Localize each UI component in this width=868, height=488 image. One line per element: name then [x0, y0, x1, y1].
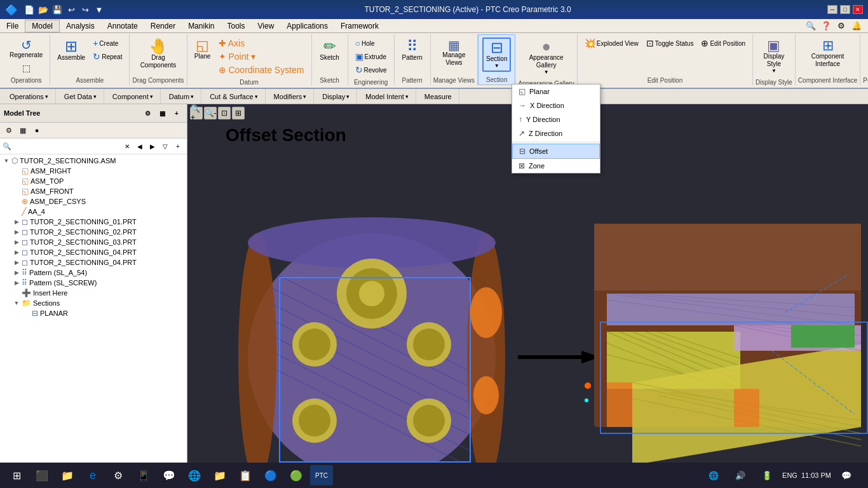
sidebar-tool3[interactable]: ● [31, 124, 43, 137]
network-icon[interactable]: 🌐 [702, 465, 725, 485]
operations-tb-btn[interactable]: Operations ▾ [5, 92, 53, 102]
component-tb-btn[interactable]: Component ▾ [108, 92, 158, 102]
pattern-sl-expander[interactable]: ▶ [13, 269, 20, 276]
app3-btn[interactable]: 🌐 [183, 465, 206, 485]
start-button[interactable]: ⊞ [5, 465, 28, 485]
menu-annotate[interactable]: Annotate [101, 20, 144, 32]
hole-button[interactable]: ○ Hole [352, 37, 390, 50]
model-intent-tb-btn[interactable]: Model Intent ▾ [361, 92, 413, 102]
file-explorer-btn[interactable]: 📁 [56, 465, 79, 485]
notifications-icon[interactable]: 💬 [835, 465, 858, 485]
sidebar-settings-btn[interactable]: ⚙ [141, 107, 154, 119]
save-button[interactable]: 💾 [51, 3, 64, 16]
menu-tools[interactable]: Tools [220, 20, 251, 32]
part01-expander[interactable]: ▶ [13, 218, 20, 226]
manage-views-button[interactable]: ▦ ManageViews [439, 37, 468, 69]
tree-item-asm-top[interactable]: ◱ ASM_TOP [0, 176, 187, 186]
menu-view[interactable]: View [252, 20, 281, 32]
task-view-btn[interactable]: ⬛ [31, 465, 53, 485]
prev-search-btn[interactable]: ◀ [133, 140, 146, 152]
menu-applications[interactable]: Applications [280, 20, 334, 32]
open-button[interactable]: 📂 [37, 3, 50, 16]
part03-expander[interactable]: ▶ [13, 238, 20, 246]
settings-gear-btn[interactable]: ⚙ [835, 20, 848, 32]
tree-item-part04b[interactable]: ▶ ◻ TUTOR_2_SECTIONING_04.PRT [0, 257, 187, 268]
zoom-fit-btn[interactable]: ⊡ [218, 107, 231, 119]
app4-btn[interactable]: 📁 [208, 465, 231, 485]
tree-item-part02[interactable]: ▶ ◻ TUTOR_2_SECTIONING_02.PRT [0, 227, 187, 237]
app2-btn[interactable]: 💬 [158, 465, 180, 485]
axis-button[interactable]: ✚ Axis [215, 37, 308, 50]
tree-item-sections[interactable]: ▼ 📁 Sections [0, 298, 187, 308]
filter-btn[interactable]: ▽ [159, 140, 172, 152]
sidebar-tool1[interactable]: ⚙ [3, 124, 15, 137]
tree-item-insert-here[interactable]: ➕ Insert Here [0, 288, 187, 298]
help-search-btn[interactable]: 🔍 [804, 20, 817, 32]
minimize-button[interactable]: ─ [827, 5, 837, 14]
dropdown-y-direction[interactable]: ↑ Y Direction [512, 112, 600, 126]
part02-expander[interactable]: ▶ [13, 228, 20, 236]
app5-btn[interactable]: 📋 [234, 465, 257, 485]
create-button[interactable]: + Create [90, 37, 125, 50]
undo-button[interactable]: ↩ [65, 3, 78, 16]
menu-file[interactable]: File [0, 20, 25, 32]
tree-item-part04a[interactable]: ▶ ◻ TUTOR_2_SECTIONING_04.PRT [0, 247, 187, 257]
section-button[interactable]: ⊟ Section ▼ [482, 37, 511, 72]
zoom-in-btn[interactable]: 🔍+ [190, 107, 203, 119]
clear-search-btn[interactable]: ✕ [121, 140, 133, 152]
tree-item-root[interactable]: ▼ ⬡ TUTOR_2_SECTIONING.ASM [0, 156, 187, 166]
pattern-screw-expander[interactable]: ▶ [13, 279, 20, 287]
coord-sys-button[interactable]: ⊕ Coordinate System [215, 64, 308, 76]
menu-analysis[interactable]: Analysis [60, 20, 101, 32]
zoom-window-btn[interactable]: ⊞ [232, 107, 245, 119]
sidebar-add-btn[interactable]: + [170, 107, 183, 119]
sketch-button[interactable]: ✏ Sketch [316, 37, 344, 64]
part04a-expander[interactable]: ▶ [13, 248, 20, 256]
datum-tb-btn[interactable]: Datum ▾ [165, 92, 198, 102]
pattern-button[interactable]: ⠿ Pattern [398, 37, 426, 64]
root-expander[interactable]: ▼ [3, 157, 10, 165]
zoom-out-btn[interactable]: 🔍- [204, 107, 217, 119]
menu-framework[interactable]: Framework [334, 20, 385, 32]
tree-item-part03[interactable]: ▶ ◻ TUTOR_2_SECTIONING_03.PRT [0, 237, 187, 247]
app6-btn[interactable]: 🔵 [259, 465, 282, 485]
menu-manikin[interactable]: Manikin [182, 20, 220, 32]
app1-btn[interactable]: 📱 [132, 465, 155, 485]
creo-btn[interactable]: PTC [310, 465, 333, 485]
notifications-btn[interactable]: 🔔 [850, 20, 863, 32]
edge-btn[interactable]: e [81, 465, 104, 485]
edit-position-button[interactable]: ⊕ Edit Position [698, 37, 749, 50]
volume-icon[interactable]: 🔊 [729, 465, 752, 485]
app7-btn[interactable]: 🟢 [285, 465, 308, 485]
dropdown-z-direction[interactable]: ↗ Z Direction [512, 126, 600, 140]
tree-item-part01[interactable]: ▶ ◻ TUTOR_2_SECTIONING_01.PRT [0, 217, 187, 227]
sidebar-view-btn[interactable]: ▦ [156, 107, 168, 119]
next-search-btn[interactable]: ▶ [146, 140, 159, 152]
modifiers-tb-btn[interactable]: Modifiers ▾ [269, 92, 311, 102]
toggle-status-button[interactable]: ⊡ Toggle Status [643, 37, 697, 50]
plane-button[interactable]: ◱ Plane [191, 37, 214, 62]
settings-btn[interactable]: ⚙ [107, 465, 130, 485]
assemble-button[interactable]: ⊞ Assemble [54, 37, 88, 64]
dropdown-zone[interactable]: ⊠ Zone [512, 159, 600, 173]
menu-render[interactable]: Render [144, 20, 182, 32]
appearance-gallery-button[interactable]: ● AppearanceGallery ▼ [526, 37, 567, 78]
search-input[interactable] [11, 142, 121, 151]
revolve-button[interactable]: ↻ Revolve [352, 64, 390, 76]
display-style-button[interactable]: ▣ DisplayStyle ▼ [760, 37, 788, 76]
close-button[interactable]: ✕ [853, 5, 863, 14]
tree-item-pattern-sl[interactable]: ▶ ⠿ Pattern (SL_A_54) [0, 268, 187, 278]
component-interface-button[interactable]: ⊞ ComponentInterface [808, 37, 848, 70]
tree-item-asm-front[interactable]: ◱ ASM_FRONT [0, 186, 187, 196]
measure-tb-btn[interactable]: Measure [420, 92, 456, 102]
display-tb-btn[interactable]: Display ▾ [318, 92, 354, 102]
repeat-button[interactable]: ↻ Repeat [90, 50, 125, 63]
regenerate-button[interactable]: ↺ Regenerate [6, 37, 46, 61]
tree-item-aa4[interactable]: ╱ AA_4 [0, 207, 187, 217]
get-data-tb-btn[interactable]: Get Data ▾ [60, 92, 101, 102]
tree-item-asm-def-csys[interactable]: ⊕ ASM_DEF_CSYS [0, 196, 187, 207]
redo-button[interactable]: ↪ [79, 3, 92, 16]
battery-icon[interactable]: 🔋 [756, 465, 778, 485]
part04b-expander[interactable]: ▶ [13, 259, 20, 266]
online-help-btn[interactable]: ❓ [820, 20, 832, 32]
